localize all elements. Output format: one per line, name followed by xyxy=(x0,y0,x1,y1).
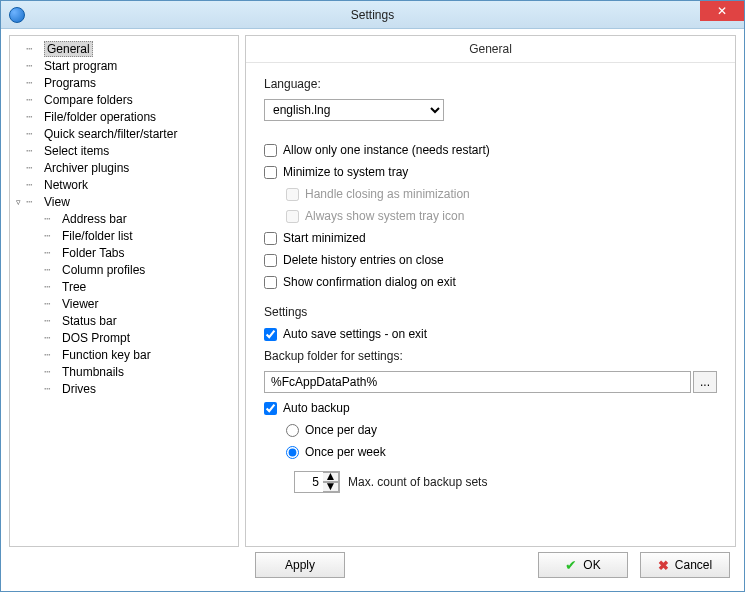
x-icon: ✖ xyxy=(658,558,669,573)
auto-save-checkbox[interactable]: Auto save settings - on exit xyxy=(264,327,717,341)
tree-item-label: File/folder operations xyxy=(44,110,156,124)
once-per-day-input[interactable] xyxy=(286,424,299,437)
tree-item-programs[interactable]: ⋯Programs xyxy=(12,74,236,91)
navigation-tree[interactable]: ⋯General⋯Start program⋯Programs⋯Compare … xyxy=(9,35,239,547)
ok-button[interactable]: ✔ OK xyxy=(538,552,628,578)
minimize-tray-input[interactable] xyxy=(264,166,277,179)
tree-item-start-program[interactable]: ⋯Start program xyxy=(12,57,236,74)
browse-button[interactable]: ... xyxy=(693,371,717,393)
panel-heading: General xyxy=(246,36,735,63)
tree-item-label: Column profiles xyxy=(62,263,145,277)
tree-connector-icon: ⋯ xyxy=(26,127,44,140)
tree-item-archiver-plugins[interactable]: ⋯Archiver plugins xyxy=(12,159,236,176)
tree-item-status-bar[interactable]: ⋯Status bar xyxy=(12,312,236,329)
tree-item-label: Archiver plugins xyxy=(44,161,129,175)
ok-label: OK xyxy=(583,558,600,572)
window-title: Settings xyxy=(351,8,394,22)
max-backup-input[interactable] xyxy=(295,472,323,492)
tree-connector-icon: ⋯ xyxy=(44,348,62,361)
apply-label: Apply xyxy=(285,558,315,572)
tree-connector-icon: ⋯ xyxy=(44,212,62,225)
tree-item-viewer[interactable]: ⋯Viewer xyxy=(12,295,236,312)
once-per-day-label: Once per day xyxy=(305,423,377,437)
tree-connector-icon: ⋯ xyxy=(44,297,62,310)
auto-save-input[interactable] xyxy=(264,328,277,341)
tree-item-label: Drives xyxy=(62,382,96,396)
tree-item-address-bar[interactable]: ⋯Address bar xyxy=(12,210,236,227)
tree-item-folder-tabs[interactable]: ⋯Folder Tabs xyxy=(12,244,236,261)
tree-item-label: General xyxy=(44,41,93,57)
auto-backup-label: Auto backup xyxy=(283,401,350,415)
once-per-week-radio[interactable]: Once per week xyxy=(286,445,717,459)
tree-item-label: Status bar xyxy=(62,314,117,328)
spinner-down-button[interactable]: ▼ xyxy=(323,482,339,492)
confirm-exit-label: Show confirmation dialog on exit xyxy=(283,275,456,289)
panel-body: Language: english.lng Allow only one ins… xyxy=(246,63,735,507)
tree-item-file-folder-operations[interactable]: ⋯File/folder operations xyxy=(12,108,236,125)
tree-item-function-key-bar[interactable]: ⋯Function key bar xyxy=(12,346,236,363)
tree-item-network[interactable]: ⋯Network xyxy=(12,176,236,193)
start-minimized-label: Start minimized xyxy=(283,231,366,245)
always-tray-icon-input xyxy=(286,210,299,223)
ellipsis-icon: ... xyxy=(700,375,710,389)
language-select[interactable]: english.lng xyxy=(264,99,444,121)
start-minimized-checkbox[interactable]: Start minimized xyxy=(264,231,717,245)
tree-item-dos-prompt[interactable]: ⋯DOS Prompt xyxy=(12,329,236,346)
close-icon: ✕ xyxy=(717,4,727,18)
once-per-day-radio[interactable]: Once per day xyxy=(286,423,717,437)
tree-expander-icon[interactable]: ▿ xyxy=(16,197,26,207)
tree-item-compare-folders[interactable]: ⋯Compare folders xyxy=(12,91,236,108)
minimize-tray-label: Minimize to system tray xyxy=(283,165,408,179)
max-backup-spinner[interactable]: ▲ ▼ xyxy=(294,471,340,493)
delete-history-checkbox[interactable]: Delete history entries on close xyxy=(264,253,717,267)
delete-history-label: Delete history entries on close xyxy=(283,253,444,267)
auto-backup-input[interactable] xyxy=(264,402,277,415)
tree-item-label: Function key bar xyxy=(62,348,151,362)
language-label: Language: xyxy=(264,77,717,91)
tree-item-label: Network xyxy=(44,178,88,192)
tree-item-label: Viewer xyxy=(62,297,98,311)
cancel-label: Cancel xyxy=(675,558,712,572)
once-per-week-input[interactable] xyxy=(286,446,299,459)
tree-item-quick-search-filter-starter[interactable]: ⋯Quick search/filter/starter xyxy=(12,125,236,142)
tree-item-view[interactable]: ▿⋯View xyxy=(12,193,236,210)
close-button[interactable]: ✕ xyxy=(700,1,744,21)
tree-item-label: Select items xyxy=(44,144,109,158)
delete-history-input[interactable] xyxy=(264,254,277,267)
tree-connector-icon: ⋯ xyxy=(44,365,62,378)
tree-item-thumbnails[interactable]: ⋯Thumbnails xyxy=(12,363,236,380)
max-backup-label: Max. count of backup sets xyxy=(348,475,487,489)
tree-connector-icon: ⋯ xyxy=(44,280,62,293)
allow-one-instance-input[interactable] xyxy=(264,144,277,157)
tree-item-general[interactable]: ⋯General xyxy=(12,40,236,57)
tree-item-drives[interactable]: ⋯Drives xyxy=(12,380,236,397)
app-icon xyxy=(9,7,25,23)
backup-folder-label: Backup folder for settings: xyxy=(264,349,717,363)
always-tray-icon-label: Always show system tray icon xyxy=(305,209,464,223)
tree-connector-icon: ⋯ xyxy=(26,76,44,89)
cancel-button[interactable]: ✖ Cancel xyxy=(640,552,730,578)
backup-folder-input[interactable] xyxy=(264,371,691,393)
tree-item-label: View xyxy=(44,195,70,209)
tree-item-file-folder-list[interactable]: ⋯File/folder list xyxy=(12,227,236,244)
allow-one-instance-checkbox[interactable]: Allow only one instance (needs restart) xyxy=(264,143,717,157)
tree-connector-icon: ⋯ xyxy=(44,246,62,259)
apply-button[interactable]: Apply xyxy=(255,552,345,578)
tree-item-column-profiles[interactable]: ⋯Column profiles xyxy=(12,261,236,278)
confirm-exit-input[interactable] xyxy=(264,276,277,289)
confirm-exit-checkbox[interactable]: Show confirmation dialog on exit xyxy=(264,275,717,289)
tree-connector-icon: ⋯ xyxy=(26,93,44,106)
tree-item-label: Quick search/filter/starter xyxy=(44,127,177,141)
tree-item-label: DOS Prompt xyxy=(62,331,130,345)
tree-item-select-items[interactable]: ⋯Select items xyxy=(12,142,236,159)
content-area: ⋯General⋯Start program⋯Programs⋯Compare … xyxy=(1,29,744,547)
button-bar: Apply ✔ OK ✖ Cancel xyxy=(1,547,744,591)
start-minimized-input[interactable] xyxy=(264,232,277,245)
minimize-tray-checkbox[interactable]: Minimize to system tray xyxy=(264,165,717,179)
titlebar: Settings ✕ xyxy=(1,1,744,29)
tree-item-tree[interactable]: ⋯Tree xyxy=(12,278,236,295)
auto-backup-checkbox[interactable]: Auto backup xyxy=(264,401,717,415)
tree-item-label: Programs xyxy=(44,76,96,90)
tree-connector-icon: ⋯ xyxy=(44,314,62,327)
auto-save-label: Auto save settings - on exit xyxy=(283,327,427,341)
